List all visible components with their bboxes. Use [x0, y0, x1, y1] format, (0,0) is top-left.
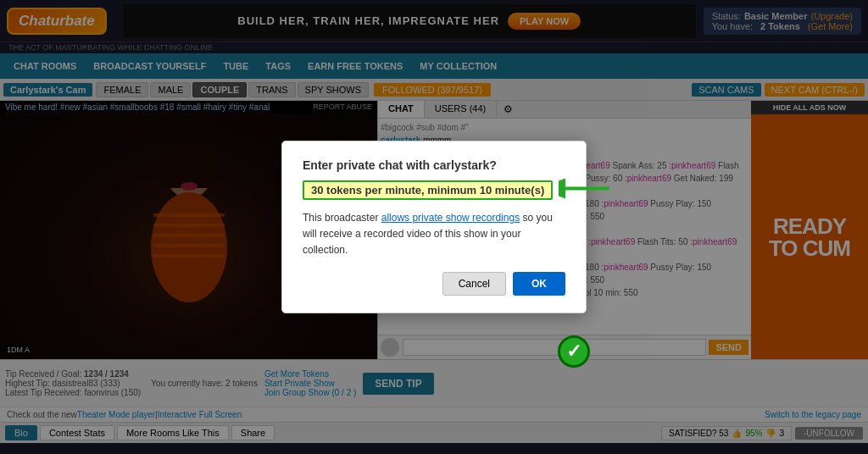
- private-chat-modal: Enter private chat with carlystark? 30 t…: [281, 141, 587, 314]
- modal-buttons: Cancel OK: [303, 272, 565, 296]
- modal-body: This broadcaster allows private show rec…: [303, 210, 565, 259]
- green-checkmark: ✓: [558, 335, 590, 368]
- modal-title: Enter private chat with carlystark?: [303, 158, 565, 172]
- modal-overlay: Enter private chat with carlystark? 30 t…: [0, 0, 868, 454]
- modal-highlight: 30 tokens per minute, minimum 10 minute(…: [303, 180, 553, 200]
- green-arrow-icon: [559, 176, 614, 204]
- allows-recording-link[interactable]: allows private show recordings: [381, 212, 520, 224]
- ok-button[interactable]: OK: [513, 272, 565, 296]
- cancel-button[interactable]: Cancel: [442, 272, 506, 296]
